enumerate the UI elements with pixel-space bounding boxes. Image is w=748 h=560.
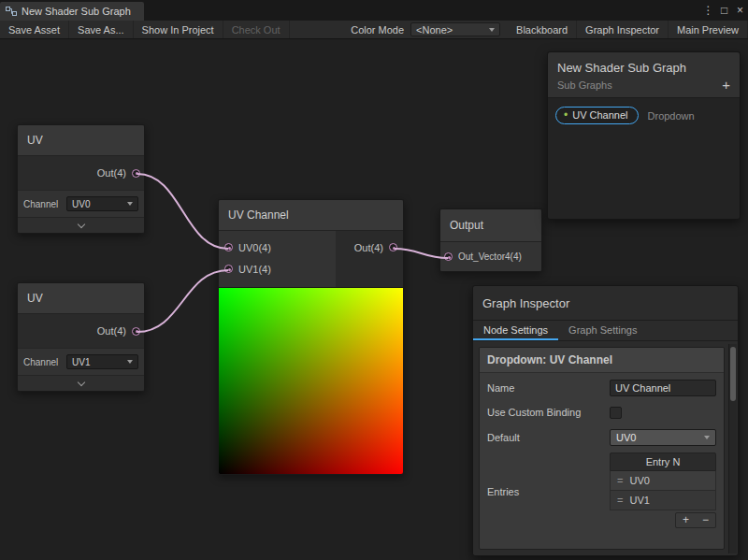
blackboard-panel[interactable]: New Shader Sub Graph Sub Graphs + • UV C… [547, 51, 741, 220]
channel-dropdown[interactable]: UV0 [66, 196, 138, 211]
channel-label: Channel [23, 357, 63, 367]
use-custom-binding-checkbox[interactable] [610, 407, 622, 419]
check-out-button: Check Out [223, 21, 290, 38]
name-label: Name [487, 382, 597, 394]
entries-list-footer: + − [675, 512, 716, 528]
channel-value: UV0 [72, 199, 90, 209]
exposed-dot-icon: • [564, 109, 568, 121]
dropdown-arrow-icon [489, 28, 495, 32]
blackboard-item-label: UV Channel [572, 109, 627, 121]
blackboard-item-row: • UV Channel Dropdown [548, 98, 740, 133]
add-entry-button[interactable]: + [676, 513, 696, 527]
entry-label: UV1 [629, 495, 649, 506]
color-mode-label: Color Mode [344, 21, 410, 38]
input-port-out-vector4[interactable] [444, 252, 453, 261]
node-title[interactable]: UV Channel [219, 200, 403, 231]
node-title[interactable]: UV [18, 125, 144, 156]
port-label-out: Out(4) [97, 167, 126, 179]
main-preview-toggle-button[interactable]: Main Preview [669, 21, 748, 38]
node-uv-top[interactable]: UV Out(4) Channel UV0 [17, 124, 145, 234]
node-uv-channel[interactable]: UV Channel UV0(4) UV1(4) Out(4) [218, 199, 404, 475]
inspector-scrollbar-thumb[interactable] [730, 347, 736, 401]
inspector-title: Graph Inspector [473, 286, 738, 321]
maximize-icon[interactable]: □ [716, 4, 732, 17]
entries-list: Entry N = UV0 = UV1 + − [610, 452, 716, 544]
blackboard-title: New Shader Sub Graph [557, 61, 730, 75]
window-tab-bar: New Shader Sub Graph ⋮ □ × [0, 0, 748, 21]
entries-list-header: Entry N [610, 452, 716, 471]
default-dropdown[interactable]: UV0 [610, 429, 716, 446]
add-property-button[interactable]: + [722, 78, 730, 92]
input-port-uv0[interactable] [224, 243, 233, 251]
collapse-toggle[interactable] [18, 217, 144, 233]
chevron-down-icon [77, 378, 84, 385]
node-output[interactable]: Output Out_Vector4(4) [439, 208, 542, 272]
entry-row-uv1[interactable]: = UV1 [610, 491, 716, 510]
unity-window: New Shader Sub Graph ⋮ □ × Save Asset Sa… [0, 0, 748, 560]
graph-canvas[interactable]: UV Out(4) Channel UV0 UV Out(4) [0, 39, 748, 560]
uv-gradient-preview [219, 287, 403, 474]
edge-uv1-connection[interactable] [137, 270, 228, 332]
output-port[interactable] [132, 169, 140, 178]
blackboard-item-type: Dropdown [648, 110, 695, 122]
remove-entry-button[interactable]: − [696, 513, 715, 527]
port-label-out-vector4: Out_Vector4(4) [458, 251, 522, 262]
node-title[interactable]: Output [440, 209, 541, 242]
entries-label: Entries [487, 452, 610, 544]
graph-toolbar: Save Asset Save As... Show In Project Ch… [0, 21, 748, 39]
port-label-out: Out(4) [97, 325, 126, 337]
port-label-out: Out(4) [354, 242, 383, 253]
edge-uv0-connection[interactable] [137, 174, 228, 249]
drag-handle-icon[interactable]: = [617, 475, 623, 486]
dropdown-arrow-icon [704, 436, 710, 439]
channel-value: UV1 [72, 357, 90, 367]
save-as-button[interactable]: Save As... [69, 21, 134, 38]
port-label-uv1: UV1(4) [238, 264, 271, 275]
inspector-tabs: Node Settings Graph Settings [473, 321, 738, 341]
default-value: UV0 [616, 432, 636, 443]
inspector-section-title: Dropdown: UV Channel [480, 348, 724, 373]
default-label: Default [487, 432, 597, 443]
node-title[interactable]: UV [18, 283, 144, 314]
tab-graph-settings[interactable]: Graph Settings [558, 321, 647, 340]
name-input[interactable] [610, 380, 716, 396]
window-controls: ⋮ □ × [700, 0, 748, 21]
channel-dropdown[interactable]: UV1 [66, 354, 138, 369]
chevron-down-icon [77, 220, 84, 227]
drag-handle-icon[interactable]: = [617, 495, 623, 506]
color-mode-dropdown[interactable]: <None> [410, 22, 500, 36]
graph-inspector-toggle-button[interactable]: Graph Inspector [577, 21, 669, 38]
input-port-uv1[interactable] [224, 265, 233, 273]
blackboard-toggle-button[interactable]: Blackboard [508, 21, 577, 38]
node-uv-bottom[interactable]: UV Out(4) Channel UV1 [17, 282, 145, 392]
shader-graph-icon [6, 6, 17, 17]
blackboard-header: New Shader Sub Graph Sub Graphs + [548, 52, 740, 98]
tab-node-settings[interactable]: Node Settings [473, 321, 558, 340]
more-icon[interactable]: ⋮ [700, 4, 716, 17]
save-asset-button[interactable]: Save Asset [0, 21, 69, 38]
collapse-toggle[interactable] [18, 375, 144, 391]
graph-inspector-panel[interactable]: Graph Inspector Node Settings Graph Sett… [472, 285, 739, 556]
port-label-uv0: UV0(4) [238, 242, 271, 253]
dropdown-arrow-icon [127, 202, 133, 206]
close-icon[interactable]: × [732, 4, 748, 17]
output-port[interactable] [132, 327, 140, 336]
color-mode-value: <None> [416, 24, 453, 36]
output-port[interactable] [389, 243, 397, 251]
blackboard-subtitle: Sub Graphs [557, 79, 730, 91]
channel-label: Channel [23, 199, 63, 209]
use-custom-binding-label: Use Custom Binding [487, 407, 597, 418]
tab-new-shader-sub-graph[interactable]: New Shader Sub Graph [0, 2, 144, 21]
toolbar-spacer [290, 21, 345, 38]
entry-row-uv0[interactable]: = UV0 [610, 471, 716, 491]
blackboard-item-uv-channel[interactable]: • UV Channel [555, 107, 639, 124]
inspector-scrollbar[interactable] [728, 344, 737, 553]
entry-label: UV0 [629, 475, 649, 486]
tab-title: New Shader Sub Graph [22, 6, 131, 17]
dropdown-arrow-icon [127, 360, 133, 364]
inspector-content: Dropdown: UV Channel Name Use Custom Bin… [479, 347, 725, 550]
show-in-project-button[interactable]: Show In Project [134, 21, 223, 38]
